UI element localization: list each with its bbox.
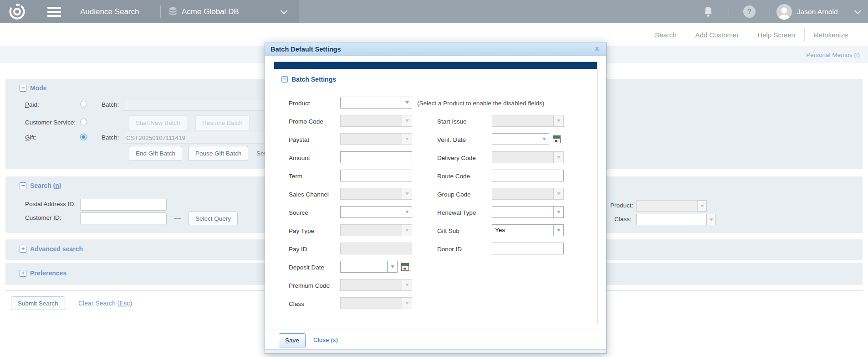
hamburger-bar	[47, 15, 61, 17]
mode-section-header[interactable]: − Mode	[20, 84, 47, 92]
verif-date-dropdown[interactable]	[492, 133, 549, 145]
gift-label: Gift:	[25, 134, 36, 141]
close-link[interactable]: Close (x)	[313, 336, 338, 343]
deposit-date-dropdown[interactable]	[340, 261, 398, 273]
term-input[interactable]	[340, 170, 412, 181]
save-button[interactable]: Save	[279, 333, 306, 347]
verif-date-dropdown-arrow-icon[interactable]	[539, 134, 549, 145]
gift-sub-dropdown-arrow-icon[interactable]	[553, 225, 563, 236]
sales-channel-dropdown[interactable]	[340, 188, 412, 200]
hamburger-menu-icon[interactable]	[46, 0, 62, 23]
gift-batch-input[interactable]	[123, 132, 270, 144]
route-code-input[interactable]	[492, 170, 564, 181]
class-dropdown[interactable]	[340, 297, 412, 309]
product-dropdown[interactable]	[340, 97, 412, 109]
product-dropdown-arrow-icon[interactable]	[402, 97, 412, 108]
sales-channel-dropdown-arrow-icon[interactable]	[402, 188, 412, 199]
customer-id-input[interactable]	[80, 212, 167, 224]
class-dropdown-arrow-icon[interactable]	[402, 298, 412, 309]
paid-radio[interactable]	[80, 101, 87, 108]
group-code-dropdown[interactable]	[492, 188, 564, 200]
donor-id-input[interactable]	[492, 243, 564, 254]
source-dropdown[interactable]	[340, 206, 412, 218]
gift-sub-dropdown[interactable]: Yes	[492, 224, 564, 236]
customer-service-radio[interactable]	[80, 119, 87, 125]
personal-memos-link[interactable]: Personal Memos (f)	[806, 52, 860, 58]
paystat-dropdown[interactable]	[340, 133, 412, 145]
help-icon[interactable]: ?	[743, 5, 756, 18]
app-logo-icon[interactable]	[8, 0, 26, 23]
quicklink-search[interactable]: Search	[646, 28, 686, 41]
preferences-title: Preferences	[30, 269, 66, 277]
quicklink-retokenize[interactable]: Retokenize	[804, 28, 857, 41]
dialog-body: − Batch Settings Product(Select a Produc…	[265, 56, 606, 353]
paid-batch-input[interactable]	[123, 99, 270, 111]
expand-plus-icon[interactable]: +	[20, 270, 26, 277]
hamburger-bar	[47, 7, 61, 9]
class-dropdown[interactable]	[636, 214, 716, 225]
promo-code-dropdown[interactable]	[340, 115, 412, 127]
renewal-type-dropdown[interactable]	[492, 206, 564, 218]
dialog-close-icon[interactable]: x	[595, 44, 599, 52]
batch-settings-container: − Batch Settings Product(Select a Produc…	[274, 62, 597, 324]
quicklink-help-screen[interactable]: Help Screen	[748, 28, 804, 41]
product-dropdown-arrow-icon[interactable]	[698, 200, 707, 212]
database-chevron-icon[interactable]	[281, 0, 286, 23]
batch-settings-header[interactable]: − Batch Settings	[281, 76, 336, 83]
pay-type-dropdown[interactable]	[340, 224, 412, 236]
premium-code-dropdown-arrow-icon[interactable]	[402, 279, 412, 290]
pay-id-input[interactable]	[340, 243, 412, 254]
preferences-header[interactable]: + Preferences	[20, 269, 66, 277]
advanced-search-header[interactable]: + Advanced search	[20, 245, 83, 253]
database-selector[interactable]: Acme Global DB	[168, 0, 239, 23]
pay-type-dropdown-arrow-icon[interactable]	[402, 225, 412, 236]
start-issue-value	[492, 115, 553, 126]
pay-type-value	[341, 225, 402, 236]
pause-gift-batch-button[interactable]: Pause Gift Batch	[189, 146, 248, 161]
notifications-bell-icon[interactable]	[703, 0, 714, 23]
amount-input[interactable]	[340, 151, 412, 163]
dialog-titlebar[interactable]: Batch Default Settings x	[265, 42, 606, 56]
start-issue-dropdown[interactable]	[492, 115, 564, 127]
delivery-code-dropdown-arrow-icon[interactable]	[553, 152, 563, 163]
clear-search-link[interactable]: Clear Search (Esc)	[78, 300, 132, 307]
pay-type-label: Pay Type	[289, 228, 314, 234]
deposit-date-dropdown-arrow-icon[interactable]	[387, 261, 397, 272]
search-section-header[interactable]: − Search (n)	[20, 182, 61, 189]
paystat-dropdown-arrow-icon[interactable]	[402, 134, 412, 145]
end-gift-batch-button[interactable]: End Gift Batch	[129, 146, 182, 161]
expand-plus-icon[interactable]: +	[20, 246, 26, 253]
gift-radio[interactable]	[80, 134, 87, 140]
deposit-date-calendar-icon[interactable]	[401, 263, 409, 271]
resume-batch-button[interactable]: Resume Batch	[195, 115, 250, 130]
renewal-type-dropdown-arrow-icon[interactable]	[553, 207, 563, 217]
delivery-code-dropdown[interactable]	[492, 151, 564, 163]
premium-code-dropdown[interactable]	[340, 279, 412, 291]
select-query-button[interactable]: Select Query	[189, 212, 238, 225]
user-avatar[interactable]	[776, 4, 792, 20]
form-row: Premium Code	[274, 279, 597, 297]
postal-address-id-label: Postal Address ID:	[25, 201, 76, 207]
collapse-minus-icon[interactable]: −	[281, 76, 288, 83]
user-name[interactable]: Jason Arnold	[797, 0, 838, 23]
batch-settings-form: Product(Select a Product to enable the d…	[274, 97, 597, 316]
database-name: Acme Global DB	[182, 7, 239, 16]
source-dropdown-arrow-icon[interactable]	[402, 207, 412, 217]
collapse-minus-icon[interactable]: −	[20, 85, 26, 92]
start-issue-dropdown-arrow-icon[interactable]	[553, 115, 563, 126]
class-dropdown-arrow-icon[interactable]	[707, 214, 716, 225]
user-menu-chevron-icon[interactable]	[855, 0, 860, 23]
postal-address-id-input[interactable]	[80, 199, 167, 211]
submit-search-button[interactable]: Submit Search	[11, 296, 65, 310]
product-dropdown[interactable]	[636, 200, 707, 212]
donor-id-field	[492, 243, 564, 254]
verif-date-calendar-icon[interactable]	[553, 135, 561, 143]
collapse-minus-icon[interactable]: −	[20, 182, 26, 189]
start-new-batch-button[interactable]: Start New Batch	[129, 115, 187, 130]
group-code-dropdown-arrow-icon[interactable]	[553, 188, 563, 199]
renewal-type-field	[492, 206, 564, 218]
quicklink-add-customer[interactable]: Add Customer	[686, 28, 748, 41]
amount-label: Amount	[289, 155, 310, 161]
promo-code-dropdown-arrow-icon[interactable]	[402, 115, 412, 126]
form-row: SourceRenewal Type	[274, 206, 597, 224]
